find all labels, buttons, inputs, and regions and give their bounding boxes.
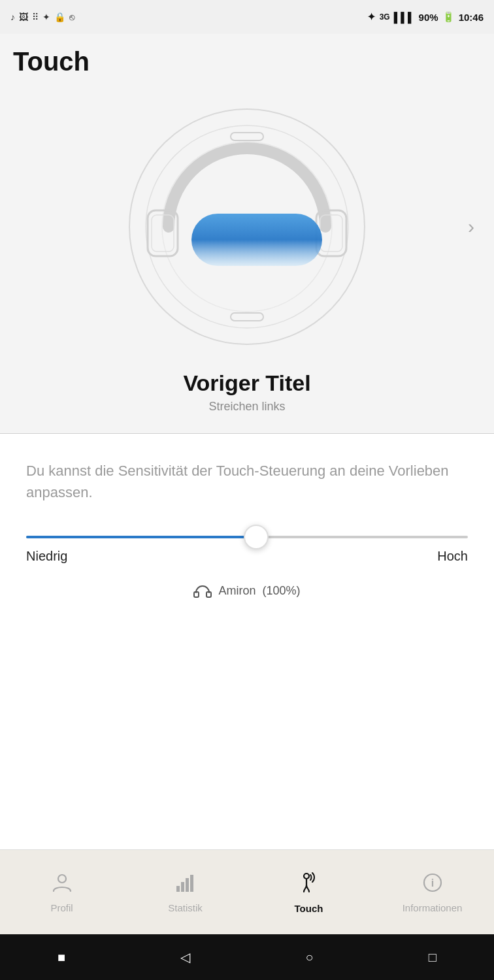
slider-labels: Niedrig Hoch [26, 549, 468, 564]
slider-track [26, 536, 468, 538]
nav-item-profil[interactable]: Profil [0, 872, 124, 913]
statistik-icon [174, 872, 197, 898]
status-left-icons: ♪ 🖼 ⠿ ✦ 🔒 ⎋ [10, 12, 74, 22]
main-content: Touch [0, 34, 494, 849]
android-back-button[interactable]: ◁ [180, 949, 190, 965]
subtitle-area: Voriger Titel Streichen links [13, 370, 481, 427]
svg-point-12 [58, 875, 66, 883]
image-icon: 🖼 [19, 12, 28, 22]
profil-icon [51, 872, 73, 898]
device-name: Amiron [218, 584, 255, 598]
bluetooth-status-icon: ✦ [367, 11, 376, 23]
music-icon: ♪ [10, 12, 15, 22]
network-type-icon: 3G [380, 12, 390, 22]
svg-point-17 [304, 874, 309, 879]
clock: 10:46 [459, 12, 484, 23]
slider-max-label: Hoch [437, 549, 468, 564]
svg-rect-15 [186, 878, 189, 892]
device-indicator: Amiron (100%) [26, 583, 468, 598]
battery-text: 90% [419, 12, 438, 23]
info-icon: i [421, 872, 444, 898]
headphone-area: › [13, 83, 481, 370]
android-stop-button[interactable]: ■ [58, 950, 65, 965]
bottom-section: Du kannst die Sensitivität der Touch-Ste… [0, 434, 494, 849]
nav-label-touch: Touch [295, 903, 323, 914]
svg-text:i: i [431, 877, 433, 889]
headphone-illustration [116, 96, 378, 357]
next-chevron[interactable]: › [468, 216, 474, 238]
sensitivity-description: Du kannst die Sensitivität der Touch-Ste… [26, 460, 468, 503]
nav-item-statistik[interactable]: Statistik [124, 872, 247, 913]
sensitivity-slider-container[interactable] [26, 536, 468, 538]
svg-rect-8 [231, 313, 263, 321]
lock-icon: 🔒 [54, 12, 65, 22]
nav-item-informationen[interactable]: i Informationen [370, 872, 494, 913]
svg-rect-16 [190, 875, 193, 892]
slider-thumb[interactable] [244, 525, 269, 549]
android-recent-button[interactable]: □ [429, 950, 436, 965]
bottom-nav: Profil Statistik [0, 849, 494, 934]
svg-rect-9 [191, 214, 322, 266]
touch-icon [297, 871, 321, 899]
top-section: Touch [0, 34, 494, 433]
android-nav-bar: ■ ◁ ○ □ [0, 934, 494, 980]
slider-min-label: Niedrig [26, 549, 67, 564]
android-home-button[interactable]: ○ [306, 950, 314, 965]
slider-fill [26, 536, 256, 538]
subtitle-main: Voriger Titel [13, 370, 481, 396]
status-right-icons: ✦ 3G ▌▌▌ 90% 🔋 10:46 [367, 11, 484, 23]
nav-item-touch[interactable]: Touch [247, 871, 370, 914]
nav-label-profil: Profil [50, 902, 73, 913]
battery-icon: 🔋 [442, 11, 455, 23]
svg-rect-7 [231, 133, 263, 140]
svg-rect-14 [181, 882, 184, 892]
signal-bars-icon: ▌▌▌ [394, 12, 415, 23]
device-battery: (100%) [262, 584, 300, 598]
page-title: Touch [13, 47, 90, 76]
svg-rect-13 [176, 886, 180, 892]
usb-icon: ⎋ [69, 12, 74, 22]
subtitle-sub: Streichen links [13, 400, 481, 414]
bluetooth-icon: ✦ [42, 12, 50, 22]
headphone-small-icon [193, 583, 212, 598]
apps-icon: ⠿ [32, 12, 39, 22]
status-bar: ♪ 🖼 ⠿ ✦ 🔒 ⎋ ✦ 3G ▌▌▌ 90% 🔋 10:46 [0, 0, 494, 34]
nav-label-informationen: Informationen [403, 902, 463, 913]
nav-label-statistik: Statistik [168, 902, 203, 913]
